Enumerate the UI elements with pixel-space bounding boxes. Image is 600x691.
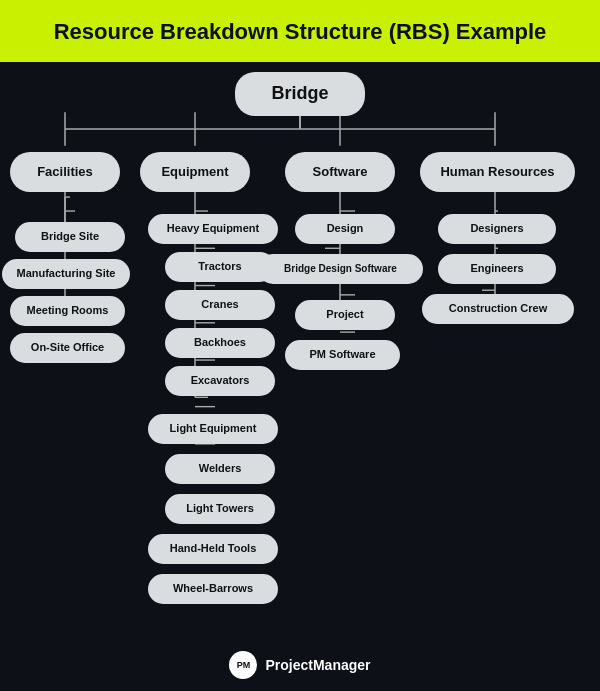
diagram-area: Bridge Facilities Equipment Software Hum… [0, 62, 600, 640]
node-wheel-barrows: Wheel-Barrows [148, 574, 278, 604]
page-header: Resource Breakdown Structure (RBS) Examp… [0, 0, 600, 62]
node-facilities: Facilities [10, 152, 120, 192]
node-designers: Designers [438, 214, 556, 244]
node-welders: Welders [165, 454, 275, 484]
node-light-equipment: Light Equipment [148, 414, 278, 444]
node-light-towers: Light Towers [165, 494, 275, 524]
node-design: Design [295, 214, 395, 244]
pm-logo-badge: PM [229, 651, 257, 679]
footer: PM ProjectManager [0, 639, 600, 691]
node-bridge: Bridge [235, 72, 365, 116]
node-software: Software [285, 152, 395, 192]
node-bridge-site: Bridge Site [15, 222, 125, 252]
node-engineers: Engineers [438, 254, 556, 284]
node-cranes: Cranes [165, 290, 275, 320]
node-on-site-office: On-Site Office [10, 333, 125, 363]
node-heavy-equipment: Heavy Equipment [148, 214, 278, 244]
node-manufacturing-site: Manufacturing Site [2, 259, 130, 289]
node-meeting-rooms: Meeting Rooms [10, 296, 125, 326]
node-construction-crew: Construction Crew [422, 294, 574, 324]
brand-name: ProjectManager [265, 657, 370, 673]
node-bridge-design-software: Bridge Design Software [258, 254, 423, 284]
page-title: Resource Breakdown Structure (RBS) Examp… [20, 18, 580, 46]
node-excavators: Excavators [165, 366, 275, 396]
node-equipment: Equipment [140, 152, 250, 192]
node-hr: Human Resources [420, 152, 575, 192]
node-project: Project [295, 300, 395, 330]
node-pm-software: PM Software [285, 340, 400, 370]
node-backhoes: Backhoes [165, 328, 275, 358]
node-hand-held-tools: Hand-Held Tools [148, 534, 278, 564]
